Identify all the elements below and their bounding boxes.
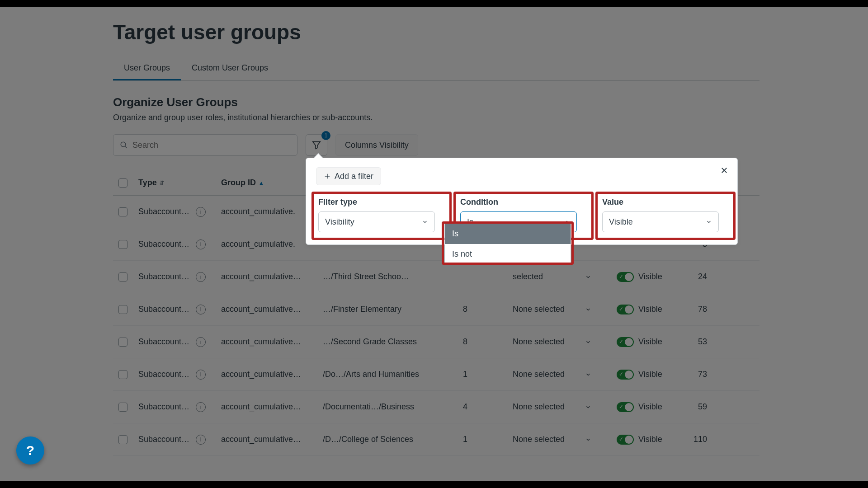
filter-button[interactable]: 1	[306, 134, 327, 156]
visibility-label: Visible	[638, 337, 662, 347]
row-checkbox[interactable]	[118, 435, 127, 444]
visibility-toggle[interactable]: ✓	[617, 305, 634, 314]
table-row: Subaccount…i account_cumulative… /Docume…	[113, 391, 760, 423]
group-id-cell: account_cumulative…	[221, 370, 323, 379]
section-title: Organize User Groups	[113, 95, 760, 109]
chevron-down-icon	[585, 274, 591, 280]
value-label: Value	[602, 197, 729, 207]
info-icon[interactable]: i	[196, 272, 206, 282]
row-checkbox[interactable]	[118, 403, 127, 412]
section-desc: Organize and group user roles, instituti…	[113, 113, 760, 122]
roles-select[interactable]: None selected	[513, 398, 594, 416]
group-id-cell: account_cumulative…	[221, 435, 323, 444]
info-icon[interactable]: i	[196, 370, 206, 380]
type-cell: Subaccount…	[138, 370, 189, 379]
svg-line-1	[125, 146, 127, 148]
path-cell: …/Finster Elementary	[323, 305, 458, 314]
num-cell: 8	[458, 305, 513, 314]
close-filter-popover[interactable]	[718, 164, 730, 176]
roles-select[interactable]: None selected	[513, 300, 594, 319]
num-cell: 8	[458, 337, 513, 347]
visibility-label: Visible	[638, 305, 662, 314]
chevron-down-icon	[585, 339, 591, 345]
svg-point-0	[121, 142, 126, 147]
select-all-checkbox[interactable]	[118, 178, 127, 188]
tabs: User Groups Custom User Groups	[113, 57, 760, 81]
roles-select[interactable]: None selected	[513, 366, 594, 384]
info-icon[interactable]: i	[196, 402, 206, 412]
visibility-toggle[interactable]: ✓	[617, 272, 634, 282]
visibility-label: Visible	[638, 272, 662, 282]
row-checkbox[interactable]	[118, 207, 127, 216]
info-icon[interactable]: i	[196, 337, 206, 347]
chevron-down-icon	[585, 371, 591, 378]
info-icon[interactable]: i	[196, 239, 206, 249]
value-select[interactable]: Visible	[602, 211, 719, 232]
group-id-cell: account_cumulative…	[221, 305, 323, 314]
visibility-toggle[interactable]: ✓	[617, 370, 634, 380]
row-checkbox[interactable]	[118, 338, 127, 347]
type-cell: Subaccount…	[138, 272, 189, 282]
row-checkbox[interactable]	[118, 272, 127, 282]
visibility-toggle[interactable]: ✓	[617, 402, 634, 412]
search-input-wrap[interactable]	[113, 134, 297, 156]
help-fab[interactable]: ?	[16, 436, 44, 465]
count-cell: 59	[675, 402, 707, 412]
highlight-box	[442, 221, 574, 265]
table-row: Subaccount…i account_cumulative… …/Third…	[113, 261, 760, 293]
filter-type-value: Visibility	[325, 217, 354, 227]
table-row: Subaccount…i account_cumulative… …/Finst…	[113, 293, 760, 326]
filter-type-select[interactable]: Visibility	[318, 211, 435, 232]
num-cell: 1	[458, 435, 513, 444]
chevron-down-icon	[585, 404, 591, 410]
filter-type-label: Filter type	[318, 197, 445, 207]
group-id-cell: account_cumulative…	[221, 272, 323, 282]
type-cell: Subaccount…	[138, 337, 189, 347]
visibility-label: Visible	[638, 402, 662, 412]
add-filter-button[interactable]: Add a filter	[316, 167, 381, 185]
info-icon[interactable]: i	[196, 435, 206, 445]
visibility-toggle[interactable]: ✓	[617, 337, 634, 347]
funnel-icon	[311, 140, 321, 150]
roles-select[interactable]: None selected	[513, 431, 594, 449]
group-id-cell: account_cumulative…	[221, 402, 323, 412]
info-icon[interactable]: i	[196, 207, 206, 217]
visibility-toggle[interactable]: ✓	[617, 435, 634, 445]
path-cell: /Do…/Arts and Humanities	[323, 370, 458, 379]
row-checkbox[interactable]	[118, 240, 127, 249]
count-cell: 53	[675, 337, 707, 347]
col-type[interactable]: Type⇵	[138, 178, 221, 188]
count-cell: 73	[675, 370, 707, 379]
search-input[interactable]	[132, 141, 291, 150]
search-icon	[120, 141, 128, 149]
add-filter-label: Add a filter	[335, 172, 373, 181]
path-cell: …/Third Street Schoo…	[323, 272, 458, 282]
columns-visibility-button[interactable]: Columns Visibility	[335, 134, 418, 156]
type-cell: Subaccount…	[138, 207, 189, 216]
path-cell: /Documentati…/Business	[323, 402, 458, 412]
path-cell: /D…/College of Sciences	[323, 435, 458, 444]
roles-select[interactable]: selected	[513, 268, 594, 286]
info-icon[interactable]: i	[196, 305, 206, 314]
group-id-cell: account_cumulative…	[221, 337, 323, 347]
num-cell: 1	[458, 370, 513, 379]
roles-select[interactable]: None selected	[513, 333, 594, 351]
row-checkbox[interactable]	[118, 305, 127, 314]
chevron-down-icon	[585, 306, 591, 313]
type-cell: Subaccount…	[138, 435, 189, 444]
chevron-down-icon	[585, 436, 591, 443]
count-cell: 24	[675, 272, 707, 282]
tab-custom-user-groups[interactable]: Custom User Groups	[181, 57, 279, 80]
type-cell: Subaccount…	[138, 402, 189, 412]
row-checkbox[interactable]	[118, 370, 127, 379]
visibility-label: Visible	[638, 370, 662, 379]
filter-count-badge: 1	[321, 131, 330, 140]
tab-user-groups[interactable]: User Groups	[113, 57, 181, 80]
value-value: Visible	[609, 217, 633, 227]
table-row: Subaccount…i account_cumulative… /Do…/Ar…	[113, 358, 760, 391]
table-row: Subaccount…i account_cumulative… …/Secon…	[113, 326, 760, 358]
num-cell: 4	[458, 402, 513, 412]
table-row: Subaccount…i account_cumulative… /D…/Col…	[113, 423, 760, 456]
count-cell: 110	[675, 435, 707, 444]
page-title: Target user groups	[113, 20, 760, 44]
